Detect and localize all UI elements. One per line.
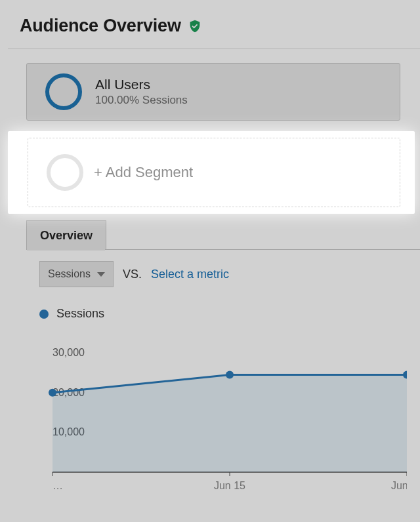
segment-all-users[interactable]: All Users 100.00% Sessions — [26, 63, 400, 121]
segment-share: 100.00% Sessions — [95, 94, 188, 107]
add-segment-label: + Add Segment — [94, 164, 193, 181]
series-dot-icon — [39, 310, 49, 319]
segment-name: All Users — [95, 77, 188, 92]
vs-label: VS. — [123, 268, 142, 281]
primary-metric-value: Sessions — [48, 268, 91, 280]
verified-shield-icon — [188, 19, 202, 33]
primary-metric-dropdown[interactable]: Sessions — [39, 261, 114, 287]
svg-point-10 — [49, 389, 56, 397]
tab-label: Overview — [40, 229, 93, 243]
series-label: Sessions — [56, 307, 104, 321]
caret-down-icon — [97, 272, 105, 277]
svg-text:Jun 16: Jun 16 — [391, 480, 407, 491]
svg-point-11 — [226, 371, 234, 379]
svg-text:30,000: 30,000 — [52, 347, 85, 358]
add-segment-button[interactable]: + Add Segment — [28, 138, 400, 207]
select-secondary-metric-link[interactable]: Select a metric — [151, 268, 229, 281]
tab-overview[interactable]: Overview — [26, 220, 106, 250]
svg-text:…: … — [52, 480, 63, 491]
page-title: Audience Overview — [20, 16, 181, 36]
header-divider — [8, 49, 420, 49]
segment-ring-placeholder-icon — [47, 154, 83, 191]
segment-ring-icon — [45, 73, 82, 110]
chart-legend: Sessions — [39, 307, 104, 321]
sessions-line-chart: 10,00020,00030,000…Jun 15Jun 16 — [39, 328, 407, 498]
svg-text:Jun 15: Jun 15 — [214, 480, 245, 491]
